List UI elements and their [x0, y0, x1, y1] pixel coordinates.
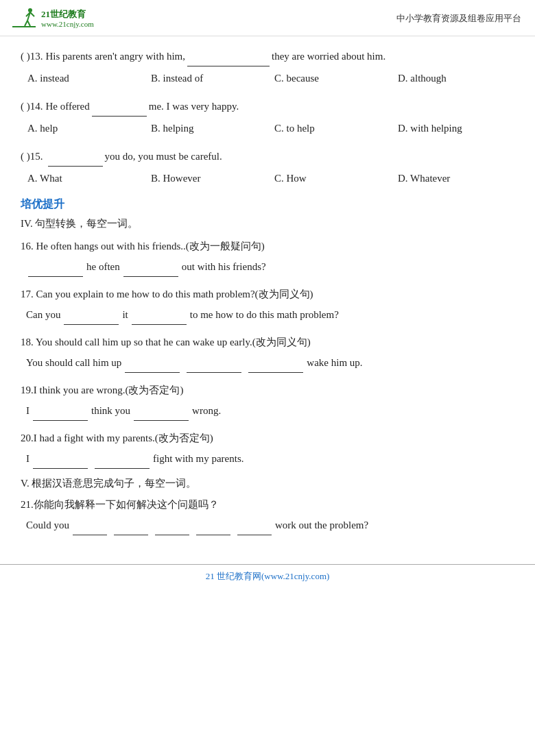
q17-blank2[interactable]: [132, 306, 187, 325]
q14-text-after: me. I was very happy.: [149, 97, 239, 116]
q15-option-b: B. However: [151, 169, 254, 188]
q13-option-c: C. because: [274, 69, 377, 88]
q15-paren: ( )15.: [21, 147, 43, 166]
q21-answer: Could you work out the problem?: [26, 516, 514, 535]
q15-options: A. What B. However C. How D. Whatever: [27, 169, 514, 188]
q21-blank1[interactable]: [73, 516, 107, 535]
q14-paren: ( )14.: [21, 97, 43, 116]
section-iv-header: IV. 句型转换，每空一词。: [21, 217, 514, 230]
section-iv-instruction: 句型转换，每空一词。: [35, 218, 138, 229]
question-16: 16. He often hangs out with his friends.…: [21, 237, 514, 277]
q13-paren: ( )13.: [21, 47, 43, 66]
logo-area: 21世纪教育 www.21cnjy.com: [11, 5, 94, 32]
q14-option-b: B. helping: [151, 119, 254, 138]
q14-text-before: He offered: [46, 97, 90, 116]
page-header: 21世纪教育 www.21cnjy.com 中小学教育资源及组卷应用平台: [0, 0, 535, 36]
question-13-line: ( )13. His parents aren't angry with him…: [21, 47, 514, 66]
q16-answer: he often out with his friends?: [26, 258, 514, 277]
q14-option-a: A. help: [27, 119, 130, 138]
q15-text-after: you do, you must be careful.: [105, 147, 222, 166]
header-right-text: 中小学教育资源及组卷应用平台: [396, 12, 521, 25]
q18-title: 18. You should call him up so that he ca…: [21, 333, 514, 352]
q19-blank2[interactable]: [134, 402, 189, 421]
q14-blank[interactable]: [92, 97, 147, 117]
section-v-header: V. 根据汉语意思完成句子，每空一词。: [21, 477, 514, 490]
question-14: ( )14. He offered me. I was very happy. …: [21, 97, 514, 138]
q21-title: 21.你能向我解释一下如何解决这个问题吗？: [21, 496, 514, 514]
q21-blank4[interactable]: [196, 516, 230, 535]
section-iv-title: IV.: [21, 218, 33, 229]
q16-blank1[interactable]: [28, 258, 83, 277]
logo-icon: [11, 5, 37, 32]
logo-text-block: 21世纪教育 www.21cnjy.com: [41, 9, 94, 28]
q15-option-a: A. What: [27, 169, 130, 188]
question-21: 21.你能向我解释一下如何解决这个问题吗？ Could you work out…: [21, 496, 514, 535]
q15-option-d: D. Whatever: [398, 169, 501, 188]
main-content: ( )13. His parents aren't angry with him…: [0, 36, 535, 557]
q21-blank2[interactable]: [114, 516, 148, 535]
q20-blank1[interactable]: [33, 450, 88, 469]
q14-option-d: D. with helping: [398, 119, 501, 138]
q13-options: A. instead B. instead of C. because D. a…: [27, 69, 514, 88]
q18-answer: You should call him up wake him up.: [26, 354, 514, 373]
section-v-instruction: 根据汉语意思完成句子，每空一词。: [32, 478, 196, 489]
question-14-line: ( )14. He offered me. I was very happy.: [21, 97, 514, 117]
q16-title: 16. He often hangs out with his friends.…: [21, 237, 514, 256]
q17-answer: Can you it to me how to do this math pro…: [26, 306, 514, 325]
q21-blank3[interactable]: [155, 516, 189, 535]
q20-answer: I fight with my parents.: [26, 450, 514, 469]
site-name: 21世纪教育: [41, 9, 94, 20]
q17-blank1[interactable]: [64, 306, 119, 325]
q19-title: 19.I think you are wrong.(改为否定句): [21, 381, 514, 400]
q13-text-before: His parents aren't angry with him,: [46, 47, 186, 66]
q19-blank1[interactable]: [33, 402, 88, 421]
q13-blank[interactable]: [187, 47, 270, 66]
q20-blank2[interactable]: [95, 450, 150, 469]
question-18: 18. You should call him up so that he ca…: [21, 333, 514, 373]
q20-title: 20.I had a fight with my parents.(改为否定句): [21, 429, 514, 448]
q14-options: A. help B. helping C. to help D. with he…: [27, 119, 514, 138]
q13-option-d: D. although: [398, 69, 501, 88]
page-footer: 21 世纪教育网(www.21cnjy.com): [0, 564, 535, 585]
question-17: 17. Can you explain to me how to do this…: [21, 285, 514, 325]
q16-blank2[interactable]: [123, 258, 178, 277]
q18-blank2[interactable]: [187, 354, 241, 373]
q18-blank1[interactable]: [125, 354, 180, 373]
q13-text-after: they are worried about him.: [272, 47, 385, 66]
section-v-title: V.: [21, 478, 29, 489]
q17-title: 17. Can you explain to me how to do this…: [21, 285, 514, 304]
svg-point-1: [28, 8, 32, 12]
question-15-line: ( )15. you do, you must be careful.: [21, 147, 514, 167]
section-pei-title: 培优提升: [21, 197, 514, 212]
svg-rect-0: [11, 5, 37, 32]
q15-blank[interactable]: [48, 147, 103, 167]
q14-option-c: C. to help: [274, 119, 377, 138]
question-13: ( )13. His parents aren't angry with him…: [21, 47, 514, 88]
footer-text: 21 世纪教育网(www.21cnjy.com): [206, 571, 330, 581]
q19-answer: I think you wrong.: [26, 402, 514, 421]
q21-blank5[interactable]: [237, 516, 272, 535]
svg-rect-7: [12, 26, 36, 27]
q13-option-a: A. instead: [27, 69, 130, 88]
question-20: 20.I had a fight with my parents.(改为否定句)…: [21, 429, 514, 469]
q15-option-c: C. How: [274, 169, 377, 188]
question-19: 19.I think you are wrong.(改为否定句) I think…: [21, 381, 514, 421]
question-15: ( )15. you do, you must be careful. A. W…: [21, 147, 514, 188]
q18-blank3[interactable]: [248, 354, 303, 373]
q13-option-b: B. instead of: [151, 69, 254, 88]
site-url: www.21cnjy.com: [41, 20, 94, 28]
